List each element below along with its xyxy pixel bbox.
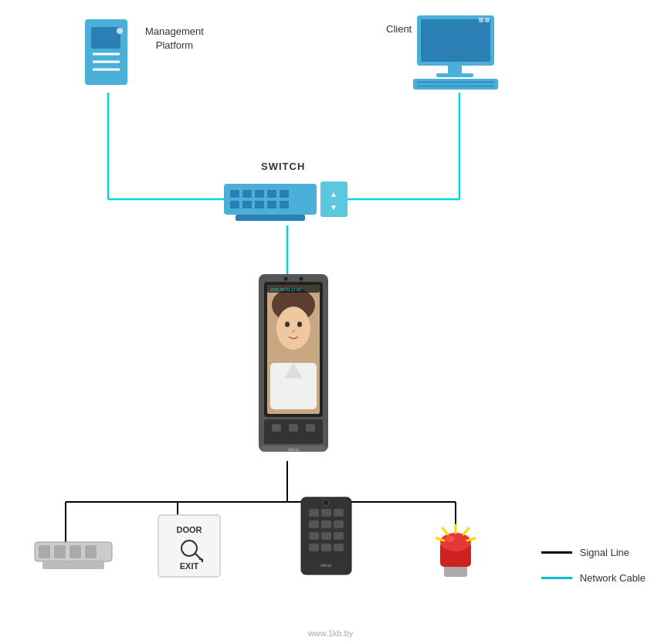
svg-rect-19 <box>448 66 462 73</box>
signal-line-label: Signal Line <box>580 547 629 558</box>
svg-rect-67 <box>42 561 104 569</box>
svg-point-50 <box>292 330 295 333</box>
magnetic-lock-icon <box>31 530 116 573</box>
svg-rect-90 <box>444 565 467 577</box>
svg-text:dahua: dahua <box>288 447 299 452</box>
switch-icon: ▲ ▼ <box>224 178 347 224</box>
svg-point-54 <box>300 277 303 281</box>
svg-rect-65 <box>69 545 81 558</box>
svg-rect-64 <box>54 545 66 558</box>
svg-point-89 <box>323 500 329 506</box>
svg-rect-28 <box>242 190 252 198</box>
svg-rect-84 <box>334 532 344 540</box>
svg-rect-58 <box>306 424 315 432</box>
svg-point-45 <box>276 307 310 350</box>
svg-rect-21 <box>413 79 498 90</box>
svg-rect-18 <box>421 19 490 62</box>
svg-rect-23 <box>417 85 494 87</box>
svg-rect-12 <box>91 27 120 49</box>
svg-rect-63 <box>39 545 50 558</box>
svg-point-92 <box>440 533 471 551</box>
svg-rect-76 <box>309 509 319 517</box>
svg-rect-29 <box>255 190 264 198</box>
client-icon <box>409 15 502 93</box>
svg-line-95 <box>442 528 448 534</box>
svg-text:DOOR: DOOR <box>177 525 202 534</box>
svg-rect-40 <box>236 215 305 221</box>
svg-rect-32 <box>230 201 239 208</box>
svg-point-49 <box>297 322 302 327</box>
svg-point-98 <box>446 536 455 542</box>
svg-text:dahua: dahua <box>320 563 331 568</box>
svg-rect-34 <box>255 201 264 208</box>
svg-rect-77 <box>321 509 331 517</box>
svg-rect-78 <box>334 509 344 517</box>
management-platform-icon <box>77 15 139 93</box>
svg-rect-33 <box>242 201 252 208</box>
svg-rect-37 <box>320 181 347 217</box>
svg-rect-83 <box>321 532 331 540</box>
svg-rect-36 <box>280 201 289 208</box>
svg-point-53 <box>284 277 288 281</box>
svg-point-48 <box>285 322 290 327</box>
svg-text:☞: ☞ <box>273 425 279 432</box>
svg-rect-85 <box>309 544 319 551</box>
legend: Signal Line Network Cable <box>541 547 646 598</box>
svg-text:2021-06-01 17:02: 2021-06-01 17:02 <box>270 287 301 292</box>
network-cable-legend-item: Network Cable <box>541 572 646 584</box>
network-cable-label: Network Cable <box>580 572 646 584</box>
alarm-siren-icon <box>429 519 483 581</box>
diagram-container: Management Platform Client <box>0 0 661 644</box>
svg-text:▼: ▼ <box>330 203 337 212</box>
svg-text:EXIT: EXIT <box>180 561 199 571</box>
network-cable-symbol <box>541 577 572 579</box>
svg-line-94 <box>463 528 469 534</box>
svg-rect-80 <box>321 520 331 528</box>
management-platform-label: Management Platform <box>145 25 204 53</box>
svg-rect-57 <box>289 424 298 432</box>
svg-rect-66 <box>85 545 97 558</box>
svg-text:▲: ▲ <box>330 190 337 198</box>
switch-label: SWITCH <box>261 161 305 172</box>
svg-rect-30 <box>267 190 276 198</box>
svg-rect-25 <box>485 18 490 22</box>
svg-rect-82 <box>309 532 319 540</box>
svg-rect-87 <box>334 544 344 551</box>
svg-rect-20 <box>436 73 473 77</box>
face-recognition-device: 2021-06-01 17:02 dahua ☞ <box>255 274 332 459</box>
svg-rect-31 <box>280 190 289 198</box>
svg-rect-81 <box>334 520 344 528</box>
svg-rect-26 <box>224 184 317 215</box>
svg-rect-86 <box>321 544 331 551</box>
svg-rect-79 <box>309 520 319 528</box>
door-exit-button-icon: DOOR EXIT <box>154 511 224 581</box>
signal-line-legend-item: Signal Line <box>541 547 646 558</box>
client-label: Client <box>386 23 412 35</box>
svg-rect-27 <box>230 190 239 198</box>
svg-rect-24 <box>479 18 483 22</box>
svg-rect-22 <box>417 81 494 83</box>
signal-line-symbol <box>541 551 572 554</box>
svg-rect-35 <box>267 201 276 208</box>
svg-point-16 <box>117 28 123 34</box>
keypad-reader-icon: dahua <box>297 493 355 578</box>
watermark: www.1kb.by <box>308 629 354 638</box>
